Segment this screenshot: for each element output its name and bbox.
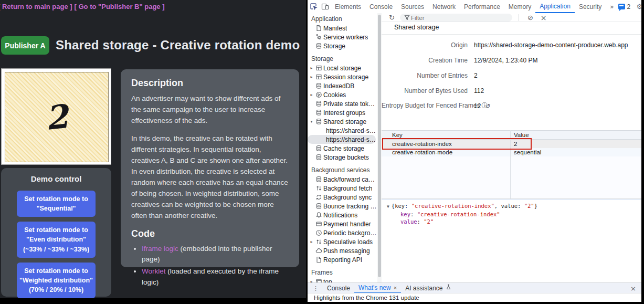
sidebar-item-top[interactable]: ▸top <box>308 277 377 282</box>
top-nav-links: [ Return to main page ][ Go to "Publishe… <box>0 3 167 11</box>
sidebar-item-manifest[interactable]: Manifest <box>308 24 377 33</box>
grid-empty-area <box>382 156 641 198</box>
issues-badge[interactable]: 2 <box>618 3 631 11</box>
devtools-tab-application[interactable]: Application <box>535 1 575 13</box>
filter-input[interactable] <box>410 14 496 22</box>
sidebar-scrollbar[interactable] <box>377 13 382 282</box>
metadata-value: 12/9/2024, 1:23:40 PM <box>474 57 537 64</box>
storage-entry-row[interactable]: creative-rotation-modesequential <box>382 148 641 156</box>
sidebar-item-bounce-tracking-miti[interactable]: Bounce tracking miti… <box>308 202 377 211</box>
entry-value-cell[interactable]: sequential <box>510 149 641 155</box>
metadata-report: Originhttps://shared-storage-demo-conten… <box>382 37 641 113</box>
toolbar-separator <box>519 14 519 21</box>
drawer-close-icon[interactable]: × <box>630 285 636 292</box>
shared-storage-panel: ↻ ⊘ × Shared storage Originhttps://share… <box>382 13 641 282</box>
sidebar-item-cookies[interactable]: ▸Cookies <box>308 90 377 99</box>
devtools-body: ApplicationManifestService workersStorag… <box>308 13 641 282</box>
drawer-menu-icon[interactable]: ⋮ <box>313 285 319 292</box>
set-rotation-mode-button[interactable]: Set rotation mode to "Sequential" <box>17 191 96 217</box>
grid-header-key[interactable]: Key <box>382 132 510 138</box>
database-icon <box>314 100 323 107</box>
devtools-tab-network[interactable]: Network <box>428 1 460 13</box>
tree-arrow-icon[interactable]: ▸ <box>309 66 314 70</box>
devtools-tab-security[interactable]: Security <box>575 1 606 13</box>
code-link[interactable]: Worklet <box>142 267 166 275</box>
devtools-tab-memory[interactable]: Memory <box>504 1 535 13</box>
database-icon <box>314 176 323 183</box>
application-sidebar: ApplicationManifestService workersStorag… <box>308 13 377 282</box>
settings-gear-icon[interactable]: ⚙ <box>634 2 644 12</box>
tab-close-icon[interactable]: × <box>394 283 397 293</box>
devtools-tab-sources[interactable]: Sources <box>397 1 428 13</box>
sidebar-item-label: Shared storage <box>323 118 366 125</box>
sidebar-item-https-shared-storage[interactable]: https://shared-storage… <box>308 135 376 144</box>
clear-all-icon[interactable]: ⊘ <box>527 14 533 22</box>
sidebar-item-shared-storage[interactable]: ▾Shared storage <box>308 117 377 126</box>
set-rotation-mode-button[interactable]: Set rotation mode to "Even distribution"… <box>17 222 96 257</box>
grid-column-divider[interactable] <box>510 130 511 198</box>
sidebar-item-storage[interactable]: Storage <box>308 41 377 50</box>
grid-header-value[interactable]: Value <box>510 132 641 138</box>
sidebar-item-periodic-backgroun[interactable]: Periodic backgroun… <box>308 228 377 237</box>
sidebar-item-storage-buckets[interactable]: Storage buckets <box>308 153 377 162</box>
tree-arrow-icon[interactable]: ▸ <box>309 75 314 79</box>
document-icon <box>314 25 323 32</box>
sidebar-item-back-forward-cache[interactable]: Back/forward cache <box>308 175 377 184</box>
refresh-icon[interactable]: ↻ <box>389 14 395 22</box>
inspect-element-icon[interactable] <box>308 2 319 12</box>
tree-arrow-icon[interactable]: ▸ <box>309 239 314 244</box>
sidebar-item-payment-handler[interactable]: Payment handler <box>308 219 377 228</box>
sidebar-item-session-storage[interactable]: ▸Session storage <box>308 72 377 81</box>
code-link[interactable]: Iframe logic <box>142 245 178 253</box>
more-tabs-icon[interactable]: » <box>606 1 618 13</box>
delete-selected-icon[interactable]: × <box>541 14 547 22</box>
sidebar-item-label: Local storage <box>323 65 361 72</box>
sidebar-item-label: Manifest <box>323 25 347 32</box>
sidebar-item-https-shared-storage[interactable]: https://shared-storage… <box>308 126 377 135</box>
sidebar-item-local-storage[interactable]: ▸Local storage <box>308 64 377 72</box>
sidebar-item-notifications[interactable]: Notifications <box>308 211 377 219</box>
set-rotation-mode-button[interactable]: Set rotation mode to "Weighted distribut… <box>17 263 96 298</box>
sidebar-item-push-messaging[interactable]: Push messaging <box>308 246 377 255</box>
sidebar-item-private-state-tokens[interactable]: Private state tokens <box>308 99 377 108</box>
expand-triangle-icon[interactable]: ▼ <box>387 204 389 209</box>
sidebar-item-cache-storage[interactable]: Cache storage <box>308 144 377 153</box>
demo-control-title: Demo control <box>1 174 111 183</box>
sidebar-item-background-fetch[interactable]: Background fetch <box>308 184 377 193</box>
sidebar-item-background-sync[interactable]: Background sync <box>308 193 377 202</box>
sidebar-item-service-workers[interactable]: Service workers <box>308 33 377 41</box>
nav-link[interactable]: [ Return to main page ] <box>0 3 72 11</box>
devtools-drawer-tabbar: ⋮ ConsoleWhat's new×AI assistance × <box>308 282 641 293</box>
tree-arrow-icon[interactable]: ▾ <box>309 119 314 124</box>
entry-value-cell[interactable]: 2 <box>510 141 641 147</box>
storage-entry-row[interactable]: creative-rotation-index2 <box>382 140 641 148</box>
metadata-value: https://shared-storage-demo-content-prod… <box>474 41 628 49</box>
sidebar-item-reporting-api[interactable]: Reporting API <box>308 255 377 264</box>
metadata-row: Originhttps://shared-storage-demo-conten… <box>382 37 641 53</box>
devtools-tab-console[interactable]: Console <box>365 1 397 13</box>
sidebar-item-indexeddb[interactable]: IndexedDB <box>308 81 377 90</box>
devtools-tab-performance[interactable]: Performance <box>460 1 504 13</box>
entry-key-cell[interactable]: creative-rotation-index <box>382 141 510 147</box>
preview-splitter[interactable] <box>382 198 641 200</box>
drawer-tab-ai-assistance[interactable]: AI assistance <box>401 284 456 293</box>
device-toolbar-icon[interactable] <box>319 2 331 12</box>
sidebar-item-label: Periodic backgroun… <box>323 229 377 237</box>
reset-budget-icon[interactable]: ↺ <box>485 102 490 110</box>
page-title: Shared storage - Creative rotation demo <box>56 38 300 53</box>
database-icon <box>314 203 323 209</box>
sidebar-item-interest-groups[interactable]: Interest groups <box>308 108 377 117</box>
entry-key-cell[interactable]: creative-rotation-mode <box>382 149 510 155</box>
drawer-tab-console[interactable]: Console <box>323 284 354 293</box>
tree-arrow-icon[interactable]: ▸ <box>309 92 314 97</box>
drawer-tab-what-s-new[interactable]: What's new× <box>354 284 401 293</box>
devtools-tab-elements[interactable]: Elements <box>331 1 365 13</box>
database-icon <box>314 145 323 152</box>
code-links-list: Iframe logic (embedded into the publishe… <box>134 244 289 289</box>
preview-summary-line[interactable]: ▼{key: "creative-rotation-index", value:… <box>387 202 537 211</box>
sidebar-item-speculative-loads[interactable]: ▸Speculative loads <box>308 237 377 246</box>
description-text: An advertiser may want to show different… <box>131 93 289 222</box>
flask-icon <box>445 284 452 293</box>
nav-link[interactable]: [ Go to "Publisher B" page ] <box>75 3 165 11</box>
filter-box[interactable] <box>400 14 512 22</box>
